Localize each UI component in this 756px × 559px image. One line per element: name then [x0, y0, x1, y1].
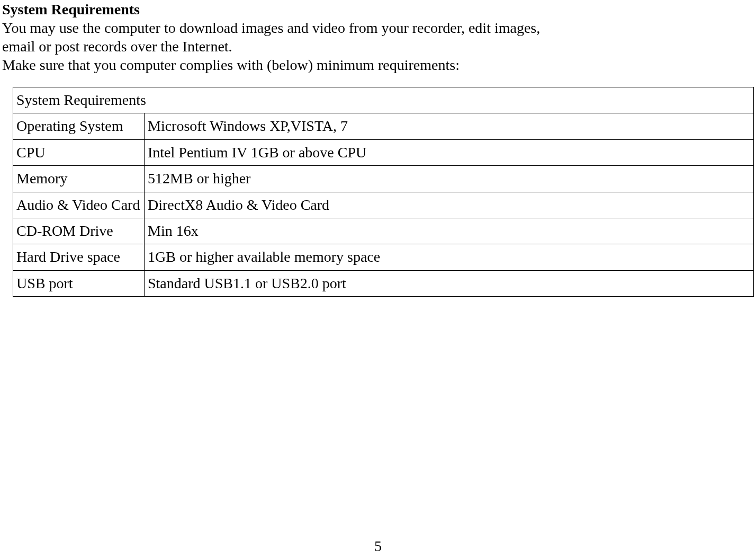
intro-text-line-2: email or post records over the Internet. — [2, 37, 754, 56]
intro-text-line-3: Make sure that you computer complies wit… — [2, 56, 754, 74]
table-label-cell: CD-ROM Drive — [13, 218, 145, 244]
table-value-cell: Microsoft Windows XP,VISTA, 7 — [145, 113, 754, 139]
table-header-cell: System Requirements — [13, 87, 754, 113]
table-label-cell: CPU — [13, 139, 145, 165]
table-row: USB port Standard USB1.1 or USB2.0 port — [13, 270, 754, 296]
table-value-cell: DirectX8 Audio & Video Card — [145, 192, 754, 218]
table-label-cell: Memory — [13, 166, 145, 192]
table-value-cell: Intel Pentium IV 1GB or above CPU — [145, 139, 754, 165]
table-header-row: System Requirements — [13, 87, 754, 113]
requirements-table: System Requirements Operating System Mic… — [13, 87, 754, 297]
section-heading: System Requirements — [2, 0, 754, 19]
table-row: Audio & Video Card DirectX8 Audio & Vide… — [13, 192, 754, 218]
intro-text-line-1: You may use the computer to download ima… — [2, 19, 754, 37]
table-row: Hard Drive space 1GB or higher available… — [13, 244, 754, 270]
table-value-cell: Standard USB1.1 or USB2.0 port — [145, 270, 754, 296]
table-row: CD-ROM Drive Min 16x — [13, 218, 754, 244]
table-row: CPU Intel Pentium IV 1GB or above CPU — [13, 139, 754, 165]
table-label-cell: Operating System — [13, 113, 145, 139]
page-number: 5 — [0, 538, 756, 555]
table-value-cell: 1GB or higher available memory space — [145, 244, 754, 270]
table-label-cell: USB port — [13, 270, 145, 296]
table-row: Memory 512MB or higher — [13, 166, 754, 192]
table-label-cell: Audio & Video Card — [13, 192, 145, 218]
table-row: Operating System Microsoft Windows XP,VI… — [13, 113, 754, 139]
table-label-cell: Hard Drive space — [13, 244, 145, 270]
table-value-cell: 512MB or higher — [145, 166, 754, 192]
table-value-cell: Min 16x — [145, 218, 754, 244]
